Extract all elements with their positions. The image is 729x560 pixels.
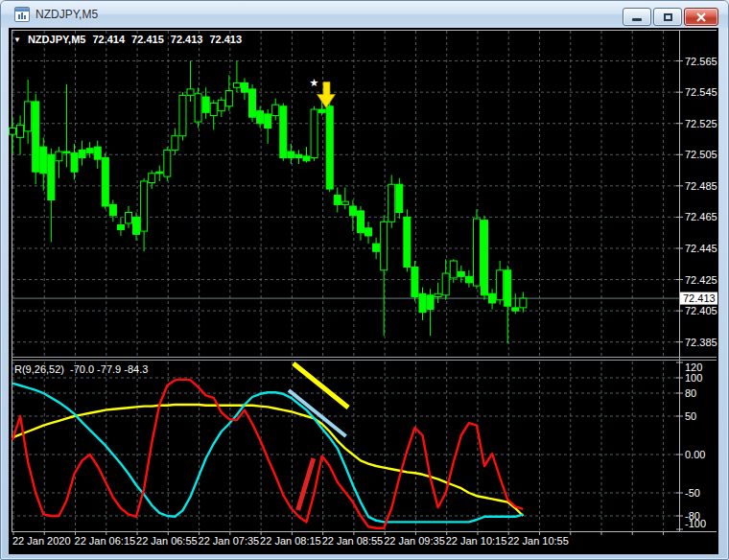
bear-candle-body xyxy=(33,102,39,172)
bull-candle-body xyxy=(179,95,186,135)
bull-candle-body xyxy=(195,94,201,122)
indicator-axis-label: -50 xyxy=(685,487,700,499)
bull-candle-body xyxy=(497,270,504,300)
restore-button[interactable] xyxy=(653,8,682,26)
chart-client-area[interactable]: ▼ NZDJPY,M5 72.414 72.415 72.413 72.413 … xyxy=(9,28,718,554)
bull-candle-body xyxy=(56,152,62,161)
bear-candle-body xyxy=(512,308,519,311)
bear-candle-body xyxy=(427,295,434,310)
bull-candle-body xyxy=(473,219,480,286)
price-axis-label: 72.445 xyxy=(685,243,717,254)
bull-candle-body xyxy=(210,104,217,116)
bear-candle-body xyxy=(365,228,372,236)
restore-icon xyxy=(664,13,672,21)
indicator-axis-label: 80 xyxy=(685,387,696,399)
sell-arrow-icon[interactable] xyxy=(317,82,335,108)
bear-candle-body xyxy=(412,268,418,297)
minimize-button[interactable] xyxy=(623,8,651,26)
chart-canvas[interactable]: ★72.56572.54572.52572.50572.48572.46572.… xyxy=(9,28,718,554)
bull-candle-body xyxy=(381,222,388,269)
bear-candle-body xyxy=(249,89,256,117)
bear-candle-body xyxy=(288,152,294,158)
bull-candle-body xyxy=(10,128,16,135)
time-axis-label: 22 Jan 10:15 xyxy=(446,535,507,547)
minimize-icon xyxy=(632,18,642,21)
bull-candle-body xyxy=(435,293,441,296)
bull-candle-body xyxy=(141,181,148,231)
mt4-chart-window: NZDJPY,M5 ▼ NZDJPY,M5 72.414 72.415 72.4… xyxy=(0,0,729,560)
bull-candle-body xyxy=(225,91,232,106)
time-axis-label: 22 Jan 10:55 xyxy=(507,535,569,547)
bull-candle-body xyxy=(450,261,457,278)
bear-candle-body xyxy=(109,204,116,215)
bear-candle-body xyxy=(489,293,496,303)
icon-bar xyxy=(21,12,23,19)
time-axis-label: 22 Jan 06:15 xyxy=(75,535,136,547)
bull-candle-body xyxy=(341,201,348,204)
bear-candle-body xyxy=(86,149,93,153)
bull-candle-body xyxy=(149,174,155,183)
bull-candle-body xyxy=(272,105,279,115)
bear-candle-body xyxy=(482,221,488,295)
bear-candle-body xyxy=(295,154,302,157)
bull-candle-body xyxy=(25,102,32,131)
window-title: NZDJPY,M5 xyxy=(35,8,98,21)
bear-candle-body xyxy=(318,109,325,112)
bear-candle-body xyxy=(505,270,511,306)
price-axis-label: 72.565 xyxy=(685,56,717,67)
low-value: 72.413 xyxy=(171,34,203,45)
bull-candle-body xyxy=(311,109,317,157)
bear-candle-body xyxy=(79,150,85,157)
chart-window-icon xyxy=(14,7,30,22)
bear-candle-body xyxy=(257,111,264,124)
close-value: 72.413 xyxy=(209,34,242,45)
bull-candle-body xyxy=(388,184,395,222)
bear-candle-body xyxy=(156,172,163,174)
indicator-axis-label: 100 xyxy=(685,372,702,384)
indicator-name: R(9,26,52) xyxy=(14,363,64,375)
chevron-down-icon[interactable]: ▼ xyxy=(13,35,21,44)
bear-candle-body xyxy=(63,152,70,153)
window-titlebar[interactable]: NZDJPY,M5 xyxy=(1,1,728,28)
price-axis-label: 72.485 xyxy=(685,180,717,192)
bear-candle-body xyxy=(117,225,124,230)
bear-candle-body xyxy=(419,293,426,313)
bull-candle-body xyxy=(520,298,527,308)
time-axis-label: 22 Jan 07:35 xyxy=(199,535,260,547)
bear-candle-body xyxy=(303,156,310,161)
bear-candle-body xyxy=(40,147,47,174)
bull-candle-body xyxy=(187,89,194,96)
bull-candle-body xyxy=(233,82,240,87)
time-axis-label: 22 Jan 2020 xyxy=(12,535,71,547)
price-axis-label: 72.545 xyxy=(685,86,717,98)
price-axis-label: 72.385 xyxy=(685,337,717,348)
bull-candle-body xyxy=(125,213,131,223)
price-axis-label: 72.465 xyxy=(685,211,717,222)
indicator-header: R(9,26,52) -70.0 -77.9 -84.3 xyxy=(14,363,148,375)
price-axis-label: 72.525 xyxy=(685,118,717,129)
bear-candle-body xyxy=(349,206,356,216)
bear-candle-body xyxy=(71,153,78,173)
star-icon[interactable]: ★ xyxy=(310,77,319,88)
time-axis-label: 22 Jan 08:15 xyxy=(260,535,321,547)
bear-candle-body xyxy=(334,196,341,205)
bear-candle-body xyxy=(94,147,101,159)
chart-ohlc-header: ▼ NZDJPY,M5 72.414 72.415 72.413 72.413 xyxy=(13,34,242,45)
open-value: 72.414 xyxy=(92,34,125,45)
price-axis-label: 72.425 xyxy=(685,274,717,286)
time-axis-label: 22 Jan 08:55 xyxy=(322,535,384,547)
time-axis-label: 22 Jan 06:55 xyxy=(136,535,198,547)
bull-candle-body xyxy=(164,150,171,176)
indicator-axis-label: -100 xyxy=(685,518,706,529)
time-axis-label: 22 Jan 09:35 xyxy=(384,535,445,547)
icon-bar xyxy=(24,15,26,19)
bear-candle-body xyxy=(265,114,271,128)
price-axis-label: 72.505 xyxy=(685,149,717,160)
bear-candle-body xyxy=(404,217,411,267)
bear-candle-body xyxy=(280,106,287,158)
close-button[interactable] xyxy=(684,8,718,26)
bear-candle-body xyxy=(48,154,55,199)
window-controls xyxy=(621,8,718,26)
bull-candle-body xyxy=(218,100,224,110)
close-icon xyxy=(696,12,706,22)
